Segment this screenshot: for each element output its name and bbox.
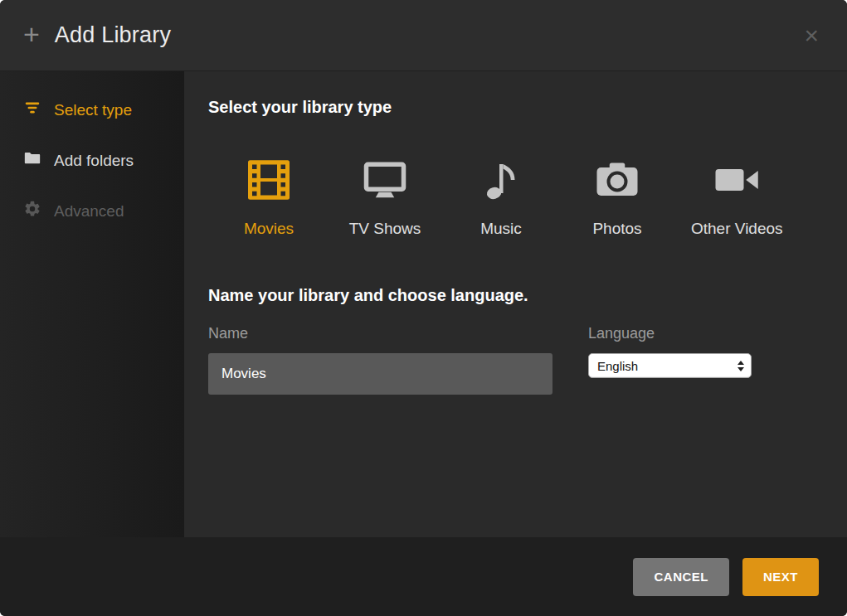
- dialog-header: + Add Library ×: [0, 0, 847, 71]
- language-select-value: English: [597, 359, 737, 373]
- camera-icon: [590, 155, 645, 208]
- language-field-group: Language English: [588, 325, 752, 395]
- folder-icon: [23, 149, 41, 172]
- name-label: Name: [208, 325, 552, 342]
- next-button[interactable]: NEXT: [742, 558, 819, 596]
- library-type-label: Movies: [244, 220, 294, 238]
- gear-icon: [23, 200, 41, 222]
- sidebar-item-advanced[interactable]: Advanced: [0, 186, 184, 236]
- name-field-group: Name: [208, 325, 552, 395]
- language-select[interactable]: English: [588, 353, 752, 378]
- name-section-title: Name your library and choose language.: [208, 286, 822, 305]
- music-note-icon: [474, 155, 528, 208]
- library-type-photos[interactable]: Photos: [575, 155, 660, 238]
- film-strip-icon: [241, 155, 296, 208]
- library-type-movies[interactable]: Movies: [226, 155, 311, 238]
- sidebar-item-label: Add folders: [54, 152, 134, 170]
- dialog-title: Add Library: [55, 22, 801, 48]
- plus-icon: +: [23, 20, 40, 48]
- library-type-label: Photos: [592, 220, 641, 238]
- sidebar-item-label: Advanced: [54, 202, 124, 221]
- library-type-label: Music: [480, 220, 522, 238]
- cancel-button[interactable]: CANCEL: [633, 558, 729, 596]
- close-icon[interactable]: ×: [801, 22, 822, 50]
- library-type-section-title: Select your library type: [208, 98, 822, 117]
- tv-icon: [358, 155, 412, 208]
- library-type-tv-shows[interactable]: TV Shows: [343, 155, 427, 238]
- list-lines-icon: [23, 99, 41, 121]
- library-type-label: Other Videos: [691, 220, 783, 238]
- sidebar-item-add-folders[interactable]: Add folders: [0, 135, 184, 186]
- dialog-body: Select type Add folders Advanced: [0, 71, 847, 537]
- library-type-music[interactable]: Music: [459, 155, 543, 238]
- dialog-footer: CANCEL NEXT: [0, 537, 847, 616]
- select-spinner-icon: [737, 361, 744, 371]
- main-content: Select your library type: [184, 71, 847, 537]
- library-type-other-videos[interactable]: Other Videos: [691, 155, 783, 238]
- sidebar: Select type Add folders Advanced: [0, 71, 184, 537]
- name-language-fields: Name Language English: [208, 325, 822, 395]
- library-type-options: Movies TV Shows: [208, 155, 822, 238]
- video-camera-icon: [709, 155, 764, 208]
- library-name-input[interactable]: [208, 353, 552, 395]
- sidebar-item-label: Select type: [54, 101, 132, 119]
- sidebar-item-select-type[interactable]: Select type: [0, 85, 184, 135]
- language-label: Language: [588, 325, 752, 342]
- library-type-label: TV Shows: [349, 220, 421, 238]
- add-library-dialog: + Add Library × Select type: [0, 0, 847, 616]
